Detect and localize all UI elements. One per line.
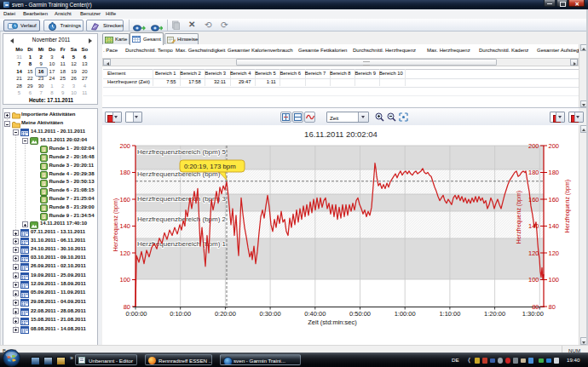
svg-text:0:20:00: 0:20:00 bbox=[215, 310, 236, 318]
svg-text:180: 180 bbox=[549, 169, 560, 176]
svg-text:0:20:19, 173 bpm: 0:20:19, 173 bpm bbox=[184, 163, 236, 170]
svg-text:1:10:00: 1:10:00 bbox=[439, 310, 460, 318]
svg-text:120: 120 bbox=[528, 249, 539, 257]
svg-text:0:40:00: 0:40:00 bbox=[304, 310, 326, 318]
svg-text:100: 100 bbox=[119, 276, 130, 284]
svg-text:0:10:00: 0:10:00 bbox=[170, 310, 191, 318]
svg-text:100: 100 bbox=[549, 276, 560, 284]
svg-text:80: 80 bbox=[532, 303, 539, 311]
svg-text:80: 80 bbox=[549, 303, 556, 311]
svg-text:Herzfrequenz (bpm): Herzfrequenz (bpm) bbox=[516, 191, 522, 244]
svg-text:1:20:00: 1:20:00 bbox=[484, 310, 505, 318]
svg-text:140: 140 bbox=[528, 222, 539, 230]
svg-text:140: 140 bbox=[549, 222, 560, 230]
svg-text:1:00:00: 1:00:00 bbox=[395, 310, 416, 318]
svg-text:Herzfrequenz (bpm): Herzfrequenz (bpm) bbox=[112, 198, 119, 251]
svg-text:120: 120 bbox=[119, 249, 130, 257]
svg-text:0:00:00: 0:00:00 bbox=[125, 310, 147, 318]
svg-text:100: 100 bbox=[528, 276, 539, 284]
svg-text:160: 160 bbox=[549, 196, 560, 204]
svg-text:200: 200 bbox=[549, 142, 560, 150]
svg-text:Zeit (std:min:sec): Zeit (std:min:sec) bbox=[308, 318, 357, 326]
svg-text:160: 160 bbox=[119, 196, 130, 204]
svg-text:0:30:00: 0:30:00 bbox=[260, 310, 281, 318]
svg-text:Herzfrequenzbereich (bpm) 2: Herzfrequenzbereich (bpm) 2 bbox=[137, 215, 227, 223]
svg-text:160: 160 bbox=[528, 196, 539, 204]
svg-text:180: 180 bbox=[119, 169, 130, 176]
svg-text:16.11.2011 20:02:04: 16.11.2011 20:02:04 bbox=[304, 129, 378, 139]
svg-text:1:30:00: 1:30:00 bbox=[522, 310, 544, 318]
svg-text:180: 180 bbox=[528, 169, 539, 176]
svg-text:140: 140 bbox=[119, 222, 130, 230]
svg-text:200: 200 bbox=[119, 142, 130, 150]
svg-text:Herzfrequenzbereich (bpm) 5: Herzfrequenzbereich (bpm) 5 bbox=[137, 148, 227, 156]
svg-text:0:50:00: 0:50:00 bbox=[349, 310, 371, 318]
svg-text:Herzfrequenz (bpm): Herzfrequenz (bpm) bbox=[564, 180, 571, 232]
svg-text:120: 120 bbox=[549, 249, 560, 257]
svg-text:Herzfrequenzbereich (bpm) 1: Herzfrequenzbereich (bpm) 1 bbox=[137, 240, 227, 248]
svg-text:Herzfrequenzbereich (bpm) 3: Herzfrequenzbereich (bpm) 3 bbox=[137, 195, 227, 203]
svg-text:200: 200 bbox=[528, 142, 539, 150]
